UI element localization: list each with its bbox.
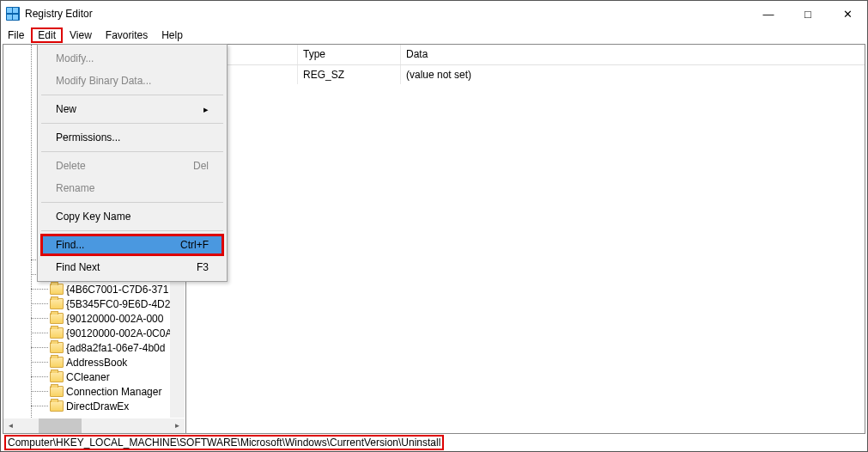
tree-node-label: CCleaner [66, 371, 110, 383]
scroll-right-button[interactable]: ► [170, 418, 185, 433]
list-row[interactable]: ault) REG_SZ (value not set) [186, 65, 865, 84]
folder-icon [50, 342, 64, 353]
menu-delete-shortcut: Del [193, 160, 209, 172]
menu-edit[interactable]: Edit [31, 27, 63, 43]
tree-node[interactable]: {ad8a2fa1-06e7-4b0d [50, 340, 185, 355]
tree-node-label: {5B345FC0-9E6D-4D2 [66, 298, 170, 310]
titlebar: Registry Editor — □ ✕ [1, 1, 867, 27]
menu-find-next[interactable]: Find Next F3 [40, 256, 224, 278]
edit-menu-dropdown: Modify... Modify Binary Data... New Perm… [37, 44, 228, 282]
menu-find-next-label: Find Next [56, 261, 100, 273]
menu-modify[interactable]: Modify... [40, 47, 224, 70]
minimize-button[interactable]: — [749, 1, 788, 27]
status-path: Computer\HKEY_LOCAL_MACHINE\SOFTWARE\Mic… [4, 435, 444, 450]
menu-new[interactable]: New [40, 98, 224, 120]
menu-separator [41, 123, 223, 124]
folder-icon [50, 371, 64, 382]
tree-node-label: {ad8a2fa1-06e7-4b0d [66, 342, 165, 354]
list-pane: Name Type Data ault) REG_SZ (value not s… [185, 45, 865, 433]
tree-node[interactable]: DirectDrawEx [50, 399, 185, 413]
menu-modify-label: Modify... [56, 52, 94, 64]
window-title: Registry Editor [25, 8, 93, 20]
list-header: Name Type Data [186, 45, 865, 65]
folder-icon [50, 284, 64, 295]
close-button[interactable]: ✕ [828, 1, 867, 27]
menu-rename[interactable]: Rename [40, 177, 224, 199]
tree-node-label: {90120000-002A-0C0A [66, 327, 172, 339]
tree-horizontal-scrollbar[interactable]: ◄ ► [3, 418, 185, 433]
menu-delete-label: Delete [56, 160, 86, 172]
tree-node[interactable]: {4B6C7001-C7D6-371 [50, 282, 185, 296]
scrollbar-thumb[interactable] [39, 418, 82, 433]
tree-node[interactable]: Connection Manager [50, 384, 185, 399]
menu-new-label: New [56, 103, 76, 115]
tree-node-label: {4B6C7001-C7D6-371 [66, 284, 168, 296]
menu-permissions[interactable]: Permissions... [40, 126, 224, 149]
folder-icon [50, 357, 64, 368]
menu-file[interactable]: File [1, 27, 31, 43]
statusbar: Computer\HKEY_LOCAL_MACHINE\SOFTWARE\Mic… [3, 435, 865, 450]
tree-node-label: AddressBook [66, 357, 127, 369]
cell-data: (value not set) [401, 65, 865, 84]
menu-modify-binary[interactable]: Modify Binary Data... [40, 70, 224, 92]
menu-find-shortcut: Ctrl+F [180, 239, 209, 251]
col-header-data[interactable]: Data [401, 45, 865, 64]
folder-icon [50, 313, 64, 324]
tree-node-label: DirectDrawEx [66, 400, 129, 412]
menu-rename-label: Rename [56, 182, 94, 194]
folder-icon [50, 298, 64, 309]
tree-node[interactable]: AddressBook [50, 355, 185, 370]
menubar: File Edit View Favorites Help [1, 27, 867, 44]
menu-modify-binary-label: Modify Binary Data... [56, 75, 151, 87]
folder-icon [50, 400, 64, 412]
menu-permissions-label: Permissions... [56, 131, 120, 144]
scroll-left-button[interactable]: ◄ [3, 418, 18, 433]
maximize-button[interactable]: □ [788, 1, 828, 27]
menu-separator [41, 202, 223, 203]
regedit-icon [6, 7, 20, 21]
tree-node-label: Connection Manager [66, 386, 161, 398]
menu-favorites[interactable]: Favorites [99, 27, 155, 43]
tree-node[interactable]: {90120000-002A-0C0A [50, 326, 185, 340]
menu-help[interactable]: Help [155, 27, 190, 43]
menu-delete[interactable]: Delete Del [40, 155, 224, 177]
menu-separator [41, 151, 223, 152]
tree-node[interactable]: {5B345FC0-9E6D-4D2 [50, 296, 185, 311]
tree-node[interactable]: {90120000-002A-000 [50, 311, 185, 326]
menu-separator [41, 230, 223, 231]
menu-copy-key-name-label: Copy Key Name [56, 211, 131, 223]
menu-find[interactable]: Find... Ctrl+F [40, 234, 224, 256]
window-controls: — □ ✕ [749, 1, 867, 27]
scrollbar-track[interactable] [18, 418, 170, 433]
col-header-type[interactable]: Type [298, 45, 401, 64]
menu-find-next-shortcut: F3 [197, 261, 209, 273]
tree-node-label: {90120000-002A-000 [66, 313, 163, 325]
menu-copy-key-name[interactable]: Copy Key Name [40, 205, 224, 228]
folder-icon [50, 327, 64, 339]
menu-separator [41, 95, 223, 95]
menu-find-label: Find... [56, 239, 84, 251]
tree-node[interactable]: CCleaner [50, 370, 185, 384]
cell-type: REG_SZ [298, 65, 401, 84]
folder-icon [50, 386, 64, 397]
menu-view[interactable]: View [63, 27, 99, 43]
